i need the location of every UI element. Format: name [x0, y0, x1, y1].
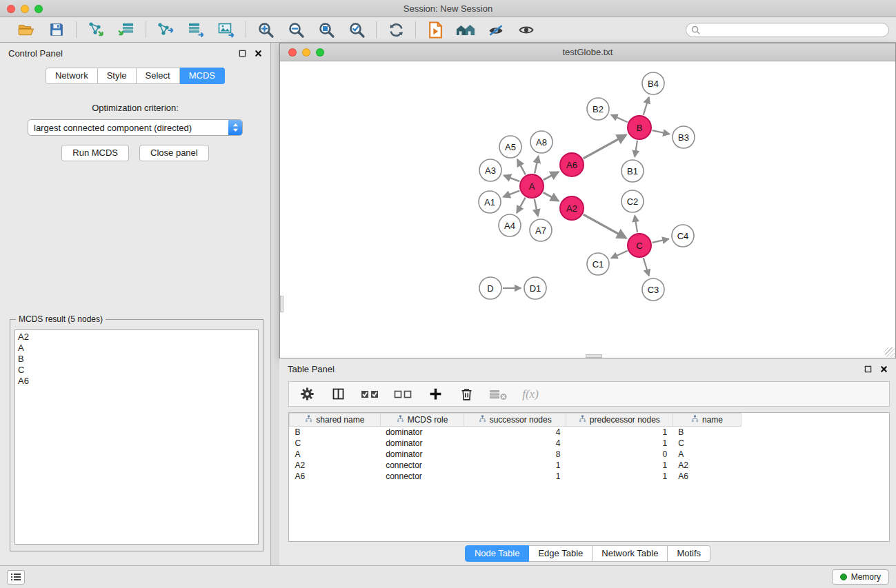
table-cell[interactable]: dominator	[380, 427, 464, 438]
import-table-button[interactable]	[117, 20, 136, 39]
task-history-button[interactable]	[7, 570, 25, 585]
table-row[interactable]: A6connector11A6	[290, 471, 890, 482]
criterion-select[interactable]: largest connected component (directed)	[28, 119, 243, 136]
add-row-button[interactable]	[427, 385, 444, 403]
graph-node-A1[interactable]: A1	[479, 191, 501, 213]
network-close-button[interactable]	[288, 48, 297, 57]
close-panel-action-button[interactable]: Close panel	[139, 145, 209, 161]
graph-edge-B-B2[interactable]	[611, 115, 628, 123]
graph-node-A8[interactable]: A8	[530, 131, 552, 153]
table-tab-motifs[interactable]: Motifs	[668, 545, 710, 562]
export-table-button[interactable]	[186, 20, 206, 39]
column-header-predecessor-nodes[interactable]: predecessor nodes	[566, 414, 673, 427]
open-file-button[interactable]	[17, 20, 36, 39]
graph-node-A5[interactable]: A5	[499, 136, 521, 158]
zoom-out-button[interactable]	[286, 20, 306, 39]
table-cell[interactable]: 1	[566, 471, 673, 482]
delete-selected-rows-button[interactable]	[458, 385, 475, 403]
network-minimize-button[interactable]	[302, 48, 310, 57]
table-float-panel-button[interactable]	[864, 365, 872, 373]
tab-style[interactable]: Style	[98, 68, 137, 84]
graph-node-B1[interactable]: B1	[621, 160, 644, 182]
hide-panels-button[interactable]	[456, 20, 475, 39]
table-cell[interactable]: A	[290, 449, 381, 460]
zoom-window-button[interactable]	[34, 5, 43, 13]
table-settings-button[interactable]	[299, 385, 315, 403]
graph-edge-A-A6[interactable]	[544, 172, 559, 180]
graph-node-D1[interactable]: D1	[524, 277, 546, 299]
table-cell[interactable]: dominator	[380, 438, 464, 449]
graph-edge-A-A7[interactable]	[535, 199, 538, 216]
first-neighbors-button[interactable]	[426, 20, 445, 39]
save-session-button[interactable]	[47, 20, 66, 39]
table-cell[interactable]: 1	[464, 471, 566, 482]
splitter-handle-bottom[interactable]	[586, 354, 602, 358]
table-cell[interactable]: A2	[673, 460, 741, 471]
graph-node-B[interactable]: B	[628, 116, 651, 139]
zoom-selected-button[interactable]	[347, 20, 366, 39]
column-header-MCDS-role[interactable]: MCDS role	[380, 414, 464, 427]
tab-select[interactable]: Select	[137, 68, 180, 84]
table-cell[interactable]: 1	[464, 460, 566, 471]
import-network-button[interactable]	[86, 20, 106, 39]
column-header-successor-nodes[interactable]: successor nodes	[464, 414, 566, 427]
graph-node-A7[interactable]: A7	[530, 219, 552, 241]
table-cell[interactable]: 4	[464, 438, 566, 449]
graph-edge-A-A8[interactable]	[535, 156, 538, 174]
graph-node-A[interactable]: A	[520, 174, 544, 198]
search-input[interactable]	[704, 25, 884, 34]
zoom-fit-button[interactable]	[317, 20, 336, 39]
table-tab-edge-table[interactable]: Edge Table	[529, 545, 593, 562]
table-cell[interactable]: 4	[464, 427, 566, 438]
table-cell[interactable]: A2	[290, 460, 381, 471]
graph-node-D[interactable]: D	[479, 277, 501, 299]
graph-node-A4[interactable]: A4	[499, 214, 521, 236]
tab-mcds[interactable]: MCDS	[180, 68, 225, 84]
resize-grip[interactable]	[885, 347, 895, 357]
graph-edge-C-C3[interactable]	[644, 258, 649, 276]
table-cell[interactable]: 8	[464, 449, 566, 460]
graph-edge-A6-B[interactable]	[584, 135, 626, 159]
graph-node-C2[interactable]: C2	[621, 190, 644, 212]
graph-node-B3[interactable]: B3	[673, 126, 695, 148]
table-cell[interactable]: 1	[566, 427, 673, 438]
graph-node-A2[interactable]: A2	[560, 196, 584, 220]
apply-layout-button[interactable]	[386, 20, 406, 39]
unselect-all-columns-button[interactable]	[394, 385, 412, 403]
splitter-handle-left[interactable]	[280, 296, 283, 312]
graph-edge-A-A1[interactable]	[504, 191, 520, 197]
memory-button[interactable]: Memory	[832, 569, 889, 585]
table-tab-node-table[interactable]: Node Table	[465, 545, 530, 562]
table-tab-network-table[interactable]: Network Table	[593, 545, 668, 562]
graph-edge-C-C1[interactable]	[611, 251, 628, 258]
table-cell[interactable]: 0	[566, 449, 673, 460]
export-network-button[interactable]	[156, 20, 175, 39]
select-all-columns-button[interactable]	[361, 385, 379, 403]
mcds-result-item[interactable]: A6	[18, 376, 258, 387]
mcds-result-item[interactable]: C	[18, 365, 258, 376]
toggle-visibility-button[interactable]	[517, 20, 536, 39]
graph-node-B2[interactable]: B2	[587, 98, 609, 120]
table-close-panel-button[interactable]	[880, 365, 888, 373]
graph-node-C3[interactable]: C3	[642, 278, 664, 301]
graph-node-A3[interactable]: A3	[479, 159, 501, 181]
table-cell[interactable]: 1	[566, 438, 673, 449]
network-graph[interactable]: B4B2BB3A5A8A6B1A3AA1C2A2A4A7C4CC1C3DD1	[280, 61, 895, 358]
table-cell[interactable]: connector	[380, 471, 464, 482]
graph-edge-C-C4[interactable]	[653, 239, 669, 243]
tab-network[interactable]: Network	[46, 68, 98, 84]
mcds-result-item[interactable]: B	[18, 354, 258, 365]
graph-edge-A-A5[interactable]	[517, 159, 526, 174]
graph-edge-B-B1[interactable]	[635, 141, 637, 156]
table-row[interactable]: A2connector11A2	[290, 460, 890, 471]
graph-edge-B-B4[interactable]	[644, 97, 649, 115]
minimize-window-button[interactable]	[21, 5, 29, 13]
table-cell[interactable]: 1	[566, 460, 673, 471]
graph-edge-A2-C[interactable]	[584, 214, 626, 238]
table-row[interactable]: Cdominator41C	[290, 438, 890, 449]
close-window-button[interactable]	[7, 5, 15, 13]
table-cell[interactable]: B	[673, 427, 741, 438]
graph-edge-B-B3[interactable]	[653, 130, 670, 134]
graph-edge-A-A3[interactable]	[504, 176, 520, 182]
table-row[interactable]: Bdominator41B	[290, 427, 890, 438]
